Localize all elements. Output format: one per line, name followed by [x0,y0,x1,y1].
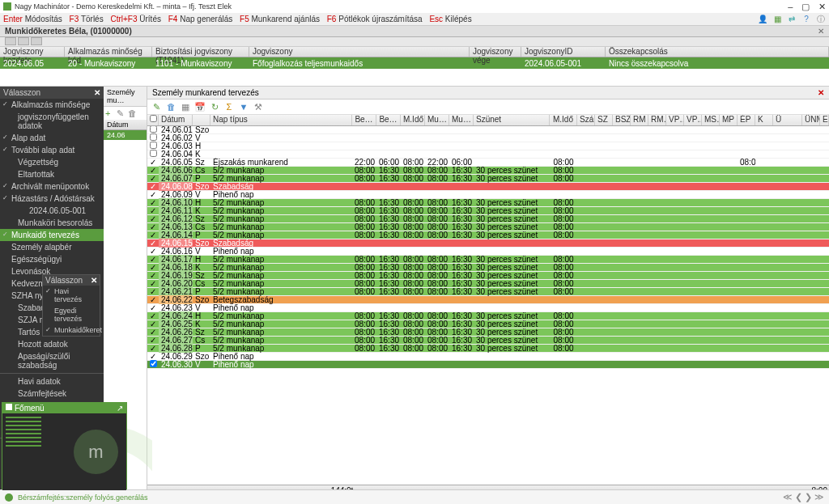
refresh-icon[interactable]: ↻ [209,101,220,112]
main-close-icon[interactable]: ✕ [818,88,824,97]
close-icon[interactable]: ✕ [818,2,826,11]
shortcut-key: Ctrl+F3 [110,15,137,23]
sidebar-header: Válasszon ✕ [0,87,104,99]
table-row[interactable]: 24.06.01Szo [147,126,829,134]
sidebar-item[interactable]: Házastárs / Adóstársak [0,193,104,205]
sidebar-item[interactable]: Alkalmazás minősége [0,99,104,111]
sidebar-item[interactable]: Archivált menüpontok [0,180,104,193]
sidebar-item[interactable]: Havi adatok [0,375,104,388]
sum-tool-2[interactable] [18,37,29,45]
sidebar-item[interactable]: További alap adat [0,144,104,156]
thumb-arrow-icon[interactable]: ↗ [117,404,123,413]
apps-icon[interactable]: ▦ [772,15,782,24]
close-panel-icon[interactable]: ✕ [818,27,824,36]
sigma-icon[interactable]: Σ [223,101,235,112]
shortcut-key: F3 [70,15,79,23]
sidebar-item[interactable]: Munkaidő tervezés [0,229,104,241]
summary-header: Jogviszony kezdete Alkalmazás minőség kó… [0,47,829,57]
main-panel: Személy munkarend tervezés ✕ ✎ 🗑 ▦ 📅 ↻ Σ… [147,87,829,495]
sidebar-item[interactable]: Számfejtések [0,388,104,400]
sidebar-item[interactable]: 2024.06.05-001 [0,205,104,217]
sidebar-item[interactable]: Hozott adatok [0,338,104,350]
window-buttons: – ▢ ✕ [781,2,826,12]
shortcut-key: F6 [327,15,337,23]
maximize-icon[interactable]: ▢ [801,2,810,11]
summary-row[interactable]: 2024.06.05 20 - Munkaviszony 1101 - Munk… [0,57,829,69]
datecol-head: Dátum [104,120,147,130]
sidebar-item[interactable]: jogviszonyfüggetlen adatok [0,111,104,132]
main-header: Személy munkarend tervezés ✕ [147,87,829,100]
shortcut-key: F5 [240,15,249,23]
grid-header: Dátum Nap típus Be… Be… M.Idő Mu… Mu… Sz… [147,115,829,126]
main-toolbar: ✎ 🗑 ▦ 📅 ↻ Σ ▼ ⚒ [147,100,829,115]
status-bar: Bérszámfejtés:személy folyós.generálás ≪… [0,489,829,504]
delete-icon[interactable]: 🗑 [128,108,138,118]
shortcut-key: Esc [429,15,443,23]
sum-tool-3[interactable] [31,37,42,45]
table-row[interactable]: 24.06.03H [147,142,829,150]
help-icon[interactable]: ? [801,15,811,24]
nav-first-icon[interactable]: ≪ [783,492,793,502]
person-header: Munkidőkeretes Béla, (01000000) ✕ [0,26,829,37]
grid-icon[interactable]: ▦ [180,101,191,112]
sidebar-item[interactable]: Apasági/szülői szabadság [0,350,104,371]
shortcut-key: Enter [3,15,23,23]
summary-toolbar [0,37,829,47]
datecol-value[interactable]: 24.06 [104,130,147,140]
minimize-icon[interactable]: – [788,2,793,11]
thumb-title: Főmenü [15,404,45,413]
sidebar-item[interactable]: Eltartottak [0,168,104,180]
shortcut-key: F4 [168,15,178,23]
sidebar-item[interactable]: Személy alapbér [0,241,104,253]
titlebar: Nagy Machinátor - Demo Kereskedelmi Kft.… [0,0,829,13]
table-row[interactable]: 24.06.30VPihenő nap [147,361,829,369]
thumbnail-window[interactable]: Főmenü↗ m [2,402,127,489]
swap-icon[interactable]: ⇄ [787,15,797,24]
status-text: Bérszámfejtés:személy folyós.generálás [18,493,148,502]
status-dot-icon [5,493,13,502]
calendar-icon[interactable]: 📅 [194,101,206,112]
app-icon [3,2,11,11]
sidebar-item[interactable]: Alap adat [0,132,104,144]
schedule-grid[interactable]: Dátum Nap típus Be… Be… M.Idő Mu… Mu… Sz… [147,115,829,485]
select-all-checkbox[interactable] [150,115,157,122]
user-icon[interactable]: 👤 [758,15,767,24]
sidebar-close-icon[interactable]: ✕ [94,88,100,97]
table-row[interactable]: 24.06.02V [147,134,829,142]
nav-last-icon[interactable]: ≫ [814,492,824,502]
popup-close-icon[interactable]: ✕ [91,276,97,285]
sidebar-item[interactable]: Végzettség [0,156,104,168]
popup-item[interactable]: Egyedi tervezés [43,305,100,324]
trash-icon[interactable]: 🗑 [165,101,176,112]
popup-item[interactable]: Munkaidőkeret [43,324,100,336]
sum-tool-1[interactable] [5,37,16,45]
sidebar-popup: Válasszon✕ Havi tervezésEgyedi tervezésM… [42,274,100,337]
edit-icon[interactable]: ✎ [117,108,126,118]
person-name: Munkidőkeretes Béla, (01000000) [5,27,132,36]
info-icon[interactable]: ⓘ [816,15,826,24]
sidebar-item[interactable]: Munkaköri besorolás [0,217,104,229]
filter-icon[interactable]: ▼ [238,101,249,112]
sidebar-item[interactable]: Egészségügyi [0,253,104,265]
popup-item[interactable]: Havi tervezés [43,286,100,305]
tools-icon[interactable]: ⚒ [253,101,264,112]
nav-prev-icon[interactable]: ❮ [795,492,802,502]
add-icon[interactable]: + [105,108,115,118]
datecol-title: Személy mu… [104,87,147,107]
shortcut-bar: Enter Módosítás F3 Törlés Ctrl+F3 Ürítés… [0,13,829,26]
pencil-icon[interactable]: ✎ [151,101,162,112]
nav-next-icon[interactable]: ❯ [805,492,812,502]
app-title: Nagy Machinátor - Demo Kereskedelmi Kft.… [15,2,781,11]
